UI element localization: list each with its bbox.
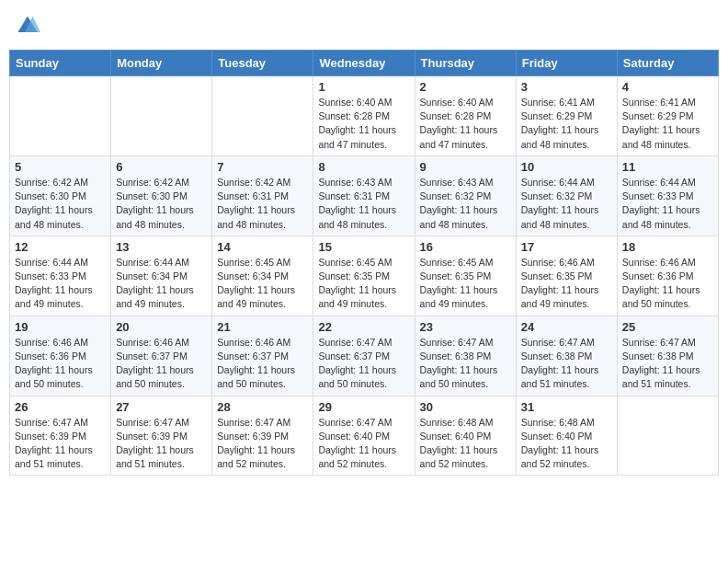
weekday-header-friday: Friday (516, 51, 617, 76)
calendar-cell: 9Sunrise: 6:43 AM Sunset: 6:32 PM Daylig… (415, 155, 516, 236)
day-info: Sunrise: 6:47 AM Sunset: 6:39 PM Dayligh… (116, 416, 207, 472)
calendar-cell: 3Sunrise: 6:41 AM Sunset: 6:29 PM Daylig… (516, 76, 617, 156)
calendar-cell (111, 76, 212, 156)
logo-icon (15, 13, 40, 39)
page-header (9, 9, 719, 42)
calendar-cell: 19Sunrise: 6:46 AM Sunset: 6:36 PM Dayli… (10, 316, 111, 396)
calendar-cell: 21Sunrise: 6:46 AM Sunset: 6:37 PM Dayli… (212, 316, 313, 396)
day-info: Sunrise: 6:46 AM Sunset: 6:35 PM Dayligh… (521, 256, 612, 312)
weekday-header-tuesday: Tuesday (212, 51, 313, 76)
day-info: Sunrise: 6:45 AM Sunset: 6:35 PM Dayligh… (318, 256, 409, 312)
day-number: 5 (15, 160, 106, 174)
calendar-cell: 16Sunrise: 6:45 AM Sunset: 6:35 PM Dayli… (415, 236, 516, 316)
day-info: Sunrise: 6:40 AM Sunset: 6:28 PM Dayligh… (318, 96, 409, 152)
day-number: 17 (521, 240, 612, 254)
weekday-header-wednesday: Wednesday (313, 51, 415, 76)
calendar-cell: 20Sunrise: 6:46 AM Sunset: 6:37 PM Dayli… (111, 316, 212, 396)
day-number: 18 (622, 240, 713, 254)
day-info: Sunrise: 6:42 AM Sunset: 6:31 PM Dayligh… (217, 176, 308, 232)
calendar-table: SundayMondayTuesdayWednesdayThursdayFrid… (9, 50, 719, 476)
day-number: 22 (318, 320, 409, 334)
calendar-cell: 26Sunrise: 6:47 AM Sunset: 6:39 PM Dayli… (10, 396, 111, 476)
day-info: Sunrise: 6:47 AM Sunset: 6:38 PM Dayligh… (420, 336, 511, 392)
day-info: Sunrise: 6:40 AM Sunset: 6:28 PM Dayligh… (420, 96, 511, 152)
day-number: 14 (217, 240, 308, 254)
day-number: 10 (521, 160, 612, 174)
day-number: 9 (420, 160, 511, 174)
day-number: 2 (420, 80, 511, 94)
day-info: Sunrise: 6:48 AM Sunset: 6:40 PM Dayligh… (420, 416, 511, 472)
calendar-header-row: SundayMondayTuesdayWednesdayThursdayFrid… (10, 51, 719, 76)
calendar-cell: 24Sunrise: 6:47 AM Sunset: 6:38 PM Dayli… (516, 316, 617, 396)
day-number: 15 (318, 240, 409, 254)
day-info: Sunrise: 6:47 AM Sunset: 6:38 PM Dayligh… (521, 336, 612, 392)
calendar-cell: 29Sunrise: 6:47 AM Sunset: 6:40 PM Dayli… (313, 396, 415, 476)
day-info: Sunrise: 6:44 AM Sunset: 6:34 PM Dayligh… (116, 256, 207, 312)
calendar-cell: 23Sunrise: 6:47 AM Sunset: 6:38 PM Dayli… (415, 316, 516, 396)
day-info: Sunrise: 6:43 AM Sunset: 6:31 PM Dayligh… (318, 176, 409, 232)
calendar-cell: 4Sunrise: 6:41 AM Sunset: 6:29 PM Daylig… (617, 76, 718, 156)
logo (15, 13, 42, 39)
day-info: Sunrise: 6:41 AM Sunset: 6:29 PM Dayligh… (521, 96, 612, 152)
day-number: 3 (521, 80, 612, 94)
day-info: Sunrise: 6:42 AM Sunset: 6:30 PM Dayligh… (116, 176, 207, 232)
day-info: Sunrise: 6:46 AM Sunset: 6:36 PM Dayligh… (622, 256, 713, 312)
weekday-header-thursday: Thursday (415, 51, 516, 76)
day-info: Sunrise: 6:48 AM Sunset: 6:40 PM Dayligh… (521, 416, 612, 472)
day-info: Sunrise: 6:41 AM Sunset: 6:29 PM Dayligh… (622, 96, 713, 152)
day-info: Sunrise: 6:47 AM Sunset: 6:40 PM Dayligh… (318, 416, 409, 472)
calendar-cell: 25Sunrise: 6:47 AM Sunset: 6:38 PM Dayli… (617, 316, 718, 396)
calendar-cell (617, 396, 718, 476)
day-number: 1 (318, 80, 409, 94)
day-info: Sunrise: 6:44 AM Sunset: 6:33 PM Dayligh… (622, 176, 713, 232)
calendar-cell: 14Sunrise: 6:45 AM Sunset: 6:34 PM Dayli… (212, 236, 313, 316)
day-number: 28 (217, 400, 308, 414)
calendar-cell: 8Sunrise: 6:43 AM Sunset: 6:31 PM Daylig… (313, 155, 415, 236)
calendar-cell: 15Sunrise: 6:45 AM Sunset: 6:35 PM Dayli… (313, 236, 415, 316)
day-number: 21 (217, 320, 308, 334)
calendar-week-row: 12Sunrise: 6:44 AM Sunset: 6:33 PM Dayli… (10, 236, 719, 316)
calendar-cell: 1Sunrise: 6:40 AM Sunset: 6:28 PM Daylig… (313, 76, 415, 156)
day-info: Sunrise: 6:46 AM Sunset: 6:37 PM Dayligh… (116, 336, 207, 392)
calendar-cell: 7Sunrise: 6:42 AM Sunset: 6:31 PM Daylig… (212, 155, 313, 236)
calendar-cell: 28Sunrise: 6:47 AM Sunset: 6:39 PM Dayli… (212, 396, 313, 476)
calendar-cell: 18Sunrise: 6:46 AM Sunset: 6:36 PM Dayli… (617, 236, 718, 316)
day-number: 13 (116, 240, 207, 254)
day-info: Sunrise: 6:43 AM Sunset: 6:32 PM Dayligh… (420, 176, 511, 232)
day-number: 19 (15, 320, 106, 334)
calendar-cell: 30Sunrise: 6:48 AM Sunset: 6:40 PM Dayli… (415, 396, 516, 476)
calendar-cell: 12Sunrise: 6:44 AM Sunset: 6:33 PM Dayli… (10, 236, 111, 316)
day-info: Sunrise: 6:42 AM Sunset: 6:30 PM Dayligh… (15, 176, 106, 232)
day-number: 6 (116, 160, 207, 174)
day-number: 29 (318, 400, 409, 414)
day-info: Sunrise: 6:44 AM Sunset: 6:33 PM Dayligh… (15, 256, 106, 312)
calendar-cell: 17Sunrise: 6:46 AM Sunset: 6:35 PM Dayli… (516, 236, 617, 316)
calendar-cell: 11Sunrise: 6:44 AM Sunset: 6:33 PM Dayli… (617, 155, 718, 236)
calendar-cell (212, 76, 313, 156)
calendar-cell: 27Sunrise: 6:47 AM Sunset: 6:39 PM Dayli… (111, 396, 212, 476)
day-number: 25 (622, 320, 713, 334)
calendar-cell: 13Sunrise: 6:44 AM Sunset: 6:34 PM Dayli… (111, 236, 212, 316)
calendar-week-row: 5Sunrise: 6:42 AM Sunset: 6:30 PM Daylig… (10, 155, 719, 236)
day-number: 27 (116, 400, 207, 414)
day-info: Sunrise: 6:44 AM Sunset: 6:32 PM Dayligh… (521, 176, 612, 232)
calendar-cell: 2Sunrise: 6:40 AM Sunset: 6:28 PM Daylig… (415, 76, 516, 156)
day-info: Sunrise: 6:45 AM Sunset: 6:35 PM Dayligh… (420, 256, 511, 312)
weekday-header-sunday: Sunday (10, 51, 111, 76)
day-number: 24 (521, 320, 612, 334)
calendar-week-row: 26Sunrise: 6:47 AM Sunset: 6:39 PM Dayli… (10, 396, 719, 476)
day-number: 20 (116, 320, 207, 334)
day-info: Sunrise: 6:47 AM Sunset: 6:39 PM Dayligh… (217, 416, 308, 472)
day-number: 23 (420, 320, 511, 334)
day-info: Sunrise: 6:47 AM Sunset: 6:39 PM Dayligh… (15, 416, 106, 472)
calendar-cell (10, 76, 111, 156)
day-number: 4 (622, 80, 713, 94)
calendar-cell: 31Sunrise: 6:48 AM Sunset: 6:40 PM Dayli… (516, 396, 617, 476)
weekday-header-monday: Monday (111, 51, 212, 76)
calendar-cell: 6Sunrise: 6:42 AM Sunset: 6:30 PM Daylig… (111, 155, 212, 236)
day-number: 26 (15, 400, 106, 414)
day-info: Sunrise: 6:45 AM Sunset: 6:34 PM Dayligh… (217, 256, 308, 312)
calendar-week-row: 19Sunrise: 6:46 AM Sunset: 6:36 PM Dayli… (10, 316, 719, 396)
day-number: 12 (15, 240, 106, 254)
day-number: 31 (521, 400, 612, 414)
